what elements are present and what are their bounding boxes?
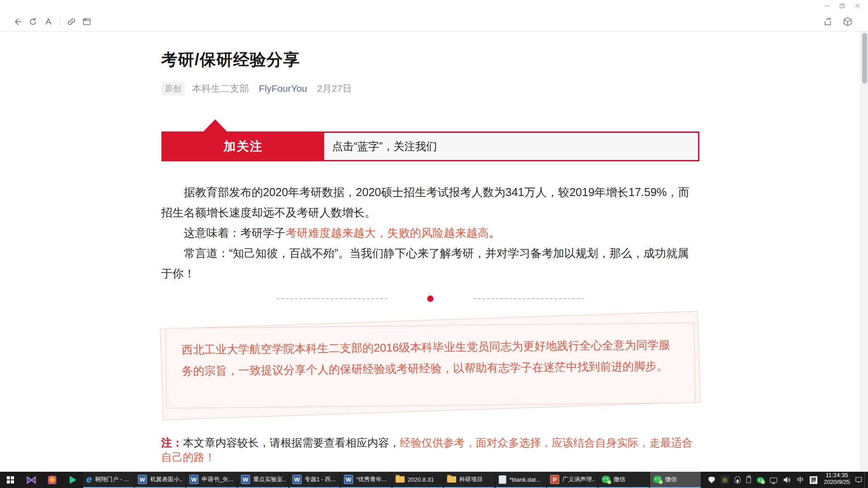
taskbar-window-folder[interactable]: 科研项目 [444, 472, 495, 488]
toolbar-divider [60, 18, 60, 26]
taskbar-window-folder[interactable]: 2020.8.31 [392, 472, 443, 488]
taskbar-window-word[interactable]: W “优秀青年... [341, 472, 392, 488]
notice-box-text: 西北工业大学航空学院本科生二支部的2016级本科毕业生党员同志为更好地践行全心全… [165, 323, 695, 408]
qq-icon[interactable] [735, 476, 741, 483]
article-page: 考研/保研经验分享 原创 本科生二支部 FlyFourYou 2月27日 加关注… [0, 32, 860, 472]
taskbar-window-powerpoint[interactable]: P 广义涡声理... [547, 472, 598, 488]
window-titlebar [0, 0, 868, 12]
scrollbar[interactable] [860, 32, 868, 472]
taskbar-item-tencent-video[interactable] [62, 472, 83, 488]
taskbar-window-word[interactable]: W 机翼表面小... [135, 472, 185, 488]
tencent-video-icon [70, 476, 76, 484]
close-button[interactable] [850, 2, 865, 10]
taskbar-window-word[interactable]: W 申请书_矢... [186, 472, 237, 488]
highlight-text: 考研难度越来越大，失败的风险越来越高 [286, 226, 489, 239]
usb-icon[interactable] [746, 477, 751, 483]
taskbar-window-notepad[interactable]: *blank.dat... [495, 472, 546, 488]
notice-box: 西北工业大学航空学院本科生二支部的2016级本科毕业生党员同志为更好地践行全心全… [161, 320, 699, 411]
windows-logo-icon [7, 476, 14, 483]
taskbar-clock[interactable]: 11:24:35 2020/9/25 [821, 472, 853, 488]
follow-banner[interactable]: 加关注 点击“蓝字”，关注我们 [161, 131, 699, 161]
network-display-icon[interactable] [770, 478, 777, 483]
article-body: 据教育部发布的2020年考研数据，2020硕士招生考试报考人数为341万人，较2… [161, 182, 699, 284]
ie-icon: e [86, 474, 92, 484]
taskbar-window-ie[interactable]: e 翱翔门户 - ... [83, 472, 134, 488]
scrollbar-thumb[interactable] [862, 33, 867, 84]
note-line: 注：本文章内容较长，请根据需要查看相应内容，经验仅供参考，面对众多选择，应该结合… [161, 436, 699, 465]
notepad-icon [499, 475, 506, 484]
open-window-icon[interactable] [79, 14, 94, 29]
author-link[interactable]: FlyFourYou [259, 83, 307, 94]
show-desktop-button[interactable] [864, 472, 868, 488]
defender-icon[interactable]: ✕ [708, 477, 715, 483]
back-icon[interactable] [10, 14, 25, 29]
folder-icon [396, 476, 405, 483]
dashed-line [473, 298, 584, 299]
action-center-icon[interactable] [853, 472, 864, 488]
wechat-tray-icon[interactable] [757, 477, 764, 483]
visual-studio-icon: ⋈ [26, 474, 37, 485]
word-icon: W [241, 475, 250, 484]
paragraph: 这意味着：考研学子考研难度越来越大，失败的风险越来越高。 [161, 223, 699, 243]
nvidia-icon[interactable] [721, 476, 729, 484]
open-in-browser-icon[interactable] [840, 14, 855, 29]
account-name: 本科生二支部 [192, 82, 249, 95]
taskbar-window-wechat-active[interactable]: 微信 [650, 472, 701, 488]
ime-language-indicator[interactable]: 中 [797, 476, 804, 484]
paragraph: 据教育部发布的2020年考研数据，2020硕士招生考试报考人数为341万人，较2… [161, 182, 699, 223]
restore-button[interactable] [835, 2, 850, 10]
wechat-icon [602, 476, 610, 483]
font-size-icon[interactable]: A [41, 14, 56, 29]
taskbar-item-visual-studio[interactable]: ⋈ [21, 472, 42, 488]
original-badge: 原创 [161, 82, 185, 95]
byline: 原创 本科生二支部 FlyFourYou 2月27日 [161, 82, 699, 95]
taskbar: ⋈ e 翱翔门户 - ... W 机翼表面小... W 申请书_矢... W 重… [0, 472, 868, 488]
browser-toolbar: A [0, 12, 868, 32]
note-label: 注： [161, 436, 183, 449]
wechat-icon [653, 476, 662, 483]
clock-time: 11:24:35 [824, 472, 850, 479]
system-tray: ✕ 中 拼 [705, 472, 821, 488]
page-title: 考研/保研经验分享 [161, 49, 699, 71]
banner-triangle [203, 119, 227, 132]
dashed-line [277, 298, 387, 299]
word-icon: W [189, 475, 198, 484]
paragraph: 常言道：“知己知彼，百战不殆”。当我们静下心来了解考研，并对学习备考加以规划，那… [161, 243, 699, 284]
origin-app-icon [48, 476, 57, 484]
section-divider [161, 293, 699, 305]
red-dot-icon [427, 296, 434, 302]
follow-button[interactable]: 加关注 [163, 133, 324, 160]
folder-icon [447, 476, 456, 483]
publish-date: 2月27日 [317, 82, 352, 95]
refresh-icon[interactable] [25, 14, 41, 29]
taskbar-window-word[interactable]: W 专题1 - 西... [289, 472, 340, 488]
follow-hint: 点击“蓝字”，关注我们 [324, 133, 698, 160]
clock-date: 2020/9/25 [824, 479, 850, 485]
ime-mode-indicator[interactable]: 拼 [810, 476, 817, 484]
powerpoint-icon: P [550, 475, 559, 484]
taskbar-item-origin[interactable] [42, 472, 62, 488]
word-icon: W [344, 475, 353, 484]
word-icon: W [292, 475, 302, 484]
copy-link-icon[interactable] [64, 14, 79, 29]
start-button[interactable] [0, 472, 21, 488]
share-icon[interactable] [820, 14, 835, 29]
minimize-button[interactable] [819, 2, 835, 10]
taskbar-window-wechat[interactable]: 微信 [599, 472, 649, 488]
taskbar-window-word[interactable]: W 重点实验室... [238, 472, 288, 488]
volume-icon[interactable] [783, 476, 791, 483]
word-icon: W [138, 475, 147, 484]
